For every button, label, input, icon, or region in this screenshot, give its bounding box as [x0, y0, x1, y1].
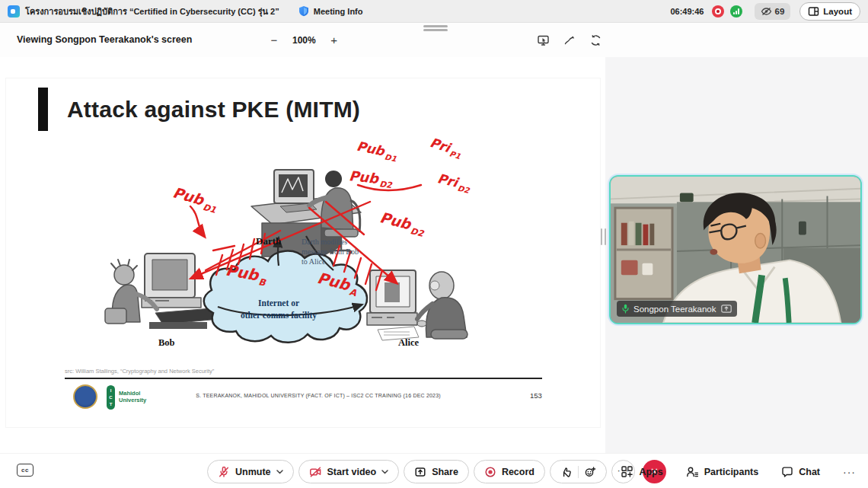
record-button[interactable]: Record [474, 460, 545, 483]
participant-video-tile[interactable]: Songpon Teerakanok [609, 175, 862, 324]
zoom-in-button[interactable]: + [328, 33, 340, 46]
alice-figure [367, 270, 468, 340]
meeting-control-bar: cc Unmute Start vide [0, 453, 868, 488]
ict-mahidol-logo: ICT Mahidol University [107, 385, 146, 410]
layout-button[interactable]: Layout [799, 2, 860, 21]
raise-hand-icon [560, 466, 573, 478]
apps-button[interactable]: Apps [621, 465, 662, 478]
top-bar-right: 06:49:46 69 Layout [670, 2, 860, 21]
meeting-timer: 06:49:46 [670, 7, 704, 16]
share-screen-icon [414, 466, 426, 478]
participant-video: Songpon Teerakanok [611, 177, 860, 323]
reactions-smiley-icon [584, 466, 596, 478]
video-off-icon [309, 466, 322, 478]
slide-page-number: 153 [530, 391, 542, 400]
hidden-participants-pill[interactable]: 69 [755, 3, 791, 20]
mic-muted-icon [218, 466, 230, 478]
darth-label: Darth [256, 235, 281, 247]
meeting-title: โครงการอบรมเชิงปฏิบัติการ “Certified in … [25, 5, 279, 18]
participants-button[interactable]: Participants [686, 466, 759, 478]
chat-bubble-icon [781, 466, 793, 477]
meeting-info-label: Meeting Info [314, 7, 363, 16]
chat-label: Chat [799, 467, 820, 477]
share-button[interactable]: Share [404, 460, 469, 483]
presentation-slide: Attack against PKE (MITM) [6, 78, 600, 427]
hidden-participants-count: 69 [775, 7, 785, 16]
darth-note: Darth modifies message from Bob to Alice [302, 237, 362, 266]
right-controls: Apps Participants Chat ··· [621, 460, 856, 483]
bob-label: Bob [158, 337, 175, 349]
video-options-chevron[interactable] [381, 470, 388, 474]
more-controls-button[interactable]: ··· [843, 466, 856, 478]
apps-label: Apps [639, 467, 662, 477]
captions-label: cc [21, 467, 29, 474]
reactions-divider [578, 466, 579, 478]
layout-grid-icon [808, 6, 819, 17]
annotate-icon[interactable] [563, 34, 576, 46]
viewing-status-text: Viewing Songpon Teerakanok's screen [17, 34, 192, 45]
slide-footer-text: S. TEERAKANOK, MAHIDOL UNIVERSITY (FACT.… [158, 393, 478, 398]
zoom-controls: − 100% + [268, 23, 340, 57]
participant-name: Songpon Teerakanok [633, 305, 716, 314]
meeting-info-button[interactable]: Meeting Info [298, 5, 363, 17]
center-controls: Unmute Start video [207, 460, 666, 483]
slide-footer-rule [65, 378, 542, 379]
participant-name-tag: Songpon Teerakanok [617, 301, 737, 317]
fullscreen-icon[interactable] [589, 34, 602, 46]
mahidol-seal-logo [73, 384, 97, 409]
start-video-label: Start video [327, 467, 377, 477]
layout-button-label: Layout [823, 7, 852, 16]
unmute-options-chevron[interactable] [276, 470, 283, 474]
eye-off-icon [761, 7, 772, 16]
sharing-screen-icon [721, 305, 732, 313]
participants-icon [686, 466, 699, 478]
apps-grid-icon [621, 465, 633, 478]
bob-figure [105, 254, 219, 329]
video-panel: Songpon Teerakanok [605, 57, 868, 453]
zoom-level: 100% [292, 35, 316, 46]
recording-indicator-icon [712, 5, 724, 18]
record-label: Record [502, 467, 535, 477]
panel-resize-handle[interactable] [601, 228, 606, 245]
shield-icon [298, 5, 309, 17]
chat-button[interactable]: Chat [781, 466, 820, 477]
record-icon [484, 466, 496, 478]
share-view-tools [537, 23, 602, 57]
shared-screen: Attack against PKE (MITM) [0, 57, 605, 453]
screen-share-bar: Viewing Songpon Teerakanok's screen − 10… [0, 23, 868, 57]
zoom-out-button[interactable]: − [268, 33, 280, 46]
captions-button[interactable]: cc [17, 464, 34, 477]
participants-label: Participants [704, 467, 759, 477]
cloud-label: Internet or other comms facility [229, 298, 328, 321]
start-video-button[interactable]: Start video [298, 460, 400, 483]
share-label: Share [432, 467, 458, 477]
unmute-label: Unmute [235, 467, 271, 477]
main-area: Attack against PKE (MITM) [0, 57, 868, 453]
mic-on-icon [622, 304, 629, 314]
slide-source-citation: src: William Stallings, “Cryptography an… [65, 368, 214, 375]
top-bar-left: โครงการอบรมเชิงปฏิบัติการ “Certified in … [8, 5, 363, 18]
connection-quality-icon [730, 5, 742, 18]
zoom-logo-icon [8, 5, 20, 18]
unmute-button[interactable]: Unmute [207, 460, 294, 483]
zoom-meeting-window: โครงการอบรมเชิงปฏิบัติการ “Certified in … [0, 0, 868, 488]
reactions-button-group[interactable] [550, 460, 607, 483]
alice-label: Alice [398, 337, 419, 349]
toolbar-drag-handle[interactable] [423, 25, 448, 31]
top-bar: โครงการอบรมเชิงปฏิบัติการ “Certified in … [0, 0, 868, 23]
remote-control-icon[interactable] [537, 34, 550, 46]
